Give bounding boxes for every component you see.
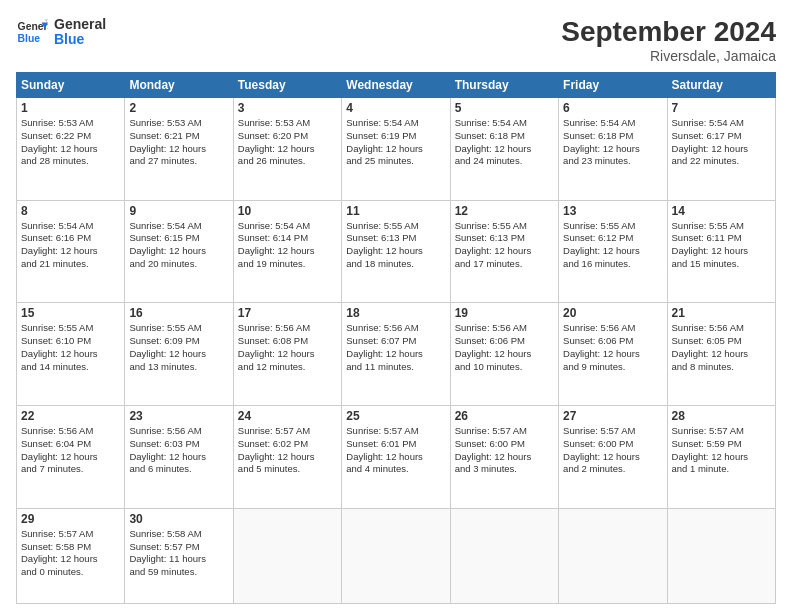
table-row: 14Sunrise: 5:55 AMSunset: 6:11 PMDayligh… — [667, 200, 775, 303]
col-saturday: Saturday — [667, 73, 775, 98]
table-row: 8Sunrise: 5:54 AMSunset: 6:16 PMDaylight… — [17, 200, 125, 303]
table-row: 1Sunrise: 5:53 AMSunset: 6:22 PMDaylight… — [17, 98, 125, 201]
day-number: 2 — [129, 101, 228, 115]
table-row — [233, 508, 341, 603]
day-number: 16 — [129, 306, 228, 320]
day-number: 6 — [563, 101, 662, 115]
day-number: 26 — [455, 409, 554, 423]
day-info: Sunrise: 5:56 AMSunset: 6:07 PMDaylight:… — [346, 322, 445, 373]
day-info: Sunrise: 5:57 AMSunset: 6:02 PMDaylight:… — [238, 425, 337, 476]
logo-icon: General Blue — [16, 16, 48, 48]
col-tuesday: Tuesday — [233, 73, 341, 98]
day-info: Sunrise: 5:53 AMSunset: 6:20 PMDaylight:… — [238, 117, 337, 168]
day-info: Sunrise: 5:57 AMSunset: 6:00 PMDaylight:… — [455, 425, 554, 476]
table-row: 6Sunrise: 5:54 AMSunset: 6:18 PMDaylight… — [559, 98, 667, 201]
day-info: Sunrise: 5:55 AMSunset: 6:10 PMDaylight:… — [21, 322, 120, 373]
day-info: Sunrise: 5:56 AMSunset: 6:06 PMDaylight:… — [455, 322, 554, 373]
table-row — [559, 508, 667, 603]
month-title: September 2024 — [561, 16, 776, 48]
day-number: 18 — [346, 306, 445, 320]
table-row: 26Sunrise: 5:57 AMSunset: 6:00 PMDayligh… — [450, 406, 558, 509]
calendar-header-row: Sunday Monday Tuesday Wednesday Thursday… — [17, 73, 776, 98]
table-row — [667, 508, 775, 603]
day-number: 23 — [129, 409, 228, 423]
day-number: 4 — [346, 101, 445, 115]
calendar-week-row: 8Sunrise: 5:54 AMSunset: 6:16 PMDaylight… — [17, 200, 776, 303]
day-info: Sunrise: 5:55 AMSunset: 6:12 PMDaylight:… — [563, 220, 662, 271]
day-info: Sunrise: 5:57 AMSunset: 5:59 PMDaylight:… — [672, 425, 771, 476]
table-row: 11Sunrise: 5:55 AMSunset: 6:13 PMDayligh… — [342, 200, 450, 303]
day-info: Sunrise: 5:56 AMSunset: 6:03 PMDaylight:… — [129, 425, 228, 476]
day-info: Sunrise: 5:58 AMSunset: 5:57 PMDaylight:… — [129, 528, 228, 579]
day-info: Sunrise: 5:54 AMSunset: 6:14 PMDaylight:… — [238, 220, 337, 271]
day-info: Sunrise: 5:56 AMSunset: 6:06 PMDaylight:… — [563, 322, 662, 373]
day-number: 9 — [129, 204, 228, 218]
table-row: 22Sunrise: 5:56 AMSunset: 6:04 PMDayligh… — [17, 406, 125, 509]
col-monday: Monday — [125, 73, 233, 98]
table-row: 27Sunrise: 5:57 AMSunset: 6:00 PMDayligh… — [559, 406, 667, 509]
day-number: 3 — [238, 101, 337, 115]
table-row: 25Sunrise: 5:57 AMSunset: 6:01 PMDayligh… — [342, 406, 450, 509]
col-friday: Friday — [559, 73, 667, 98]
svg-text:Blue: Blue — [18, 33, 41, 44]
table-row: 2Sunrise: 5:53 AMSunset: 6:21 PMDaylight… — [125, 98, 233, 201]
day-number: 13 — [563, 204, 662, 218]
day-number: 28 — [672, 409, 771, 423]
table-row: 3Sunrise: 5:53 AMSunset: 6:20 PMDaylight… — [233, 98, 341, 201]
day-number: 8 — [21, 204, 120, 218]
table-row: 4Sunrise: 5:54 AMSunset: 6:19 PMDaylight… — [342, 98, 450, 201]
day-info: Sunrise: 5:55 AMSunset: 6:09 PMDaylight:… — [129, 322, 228, 373]
day-info: Sunrise: 5:56 AMSunset: 6:04 PMDaylight:… — [21, 425, 120, 476]
day-number: 17 — [238, 306, 337, 320]
table-row: 19Sunrise: 5:56 AMSunset: 6:06 PMDayligh… — [450, 303, 558, 406]
day-number: 5 — [455, 101, 554, 115]
table-row — [342, 508, 450, 603]
logo-text-line2: Blue — [54, 32, 106, 47]
day-number: 27 — [563, 409, 662, 423]
table-row: 30Sunrise: 5:58 AMSunset: 5:57 PMDayligh… — [125, 508, 233, 603]
table-row: 17Sunrise: 5:56 AMSunset: 6:08 PMDayligh… — [233, 303, 341, 406]
table-row: 24Sunrise: 5:57 AMSunset: 6:02 PMDayligh… — [233, 406, 341, 509]
day-info: Sunrise: 5:55 AMSunset: 6:13 PMDaylight:… — [346, 220, 445, 271]
day-info: Sunrise: 5:53 AMSunset: 6:21 PMDaylight:… — [129, 117, 228, 168]
day-info: Sunrise: 5:57 AMSunset: 6:01 PMDaylight:… — [346, 425, 445, 476]
day-info: Sunrise: 5:54 AMSunset: 6:16 PMDaylight:… — [21, 220, 120, 271]
table-row: 21Sunrise: 5:56 AMSunset: 6:05 PMDayligh… — [667, 303, 775, 406]
table-row: 16Sunrise: 5:55 AMSunset: 6:09 PMDayligh… — [125, 303, 233, 406]
col-thursday: Thursday — [450, 73, 558, 98]
table-row: 15Sunrise: 5:55 AMSunset: 6:10 PMDayligh… — [17, 303, 125, 406]
logo: General Blue General Blue — [16, 16, 106, 48]
table-row: 12Sunrise: 5:55 AMSunset: 6:13 PMDayligh… — [450, 200, 558, 303]
day-number: 1 — [21, 101, 120, 115]
table-row: 18Sunrise: 5:56 AMSunset: 6:07 PMDayligh… — [342, 303, 450, 406]
calendar-table: Sunday Monday Tuesday Wednesday Thursday… — [16, 72, 776, 604]
header: General Blue General Blue September 2024… — [16, 16, 776, 64]
day-info: Sunrise: 5:56 AMSunset: 6:05 PMDaylight:… — [672, 322, 771, 373]
table-row: 29Sunrise: 5:57 AMSunset: 5:58 PMDayligh… — [17, 508, 125, 603]
table-row: 13Sunrise: 5:55 AMSunset: 6:12 PMDayligh… — [559, 200, 667, 303]
day-number: 7 — [672, 101, 771, 115]
day-number: 24 — [238, 409, 337, 423]
day-info: Sunrise: 5:53 AMSunset: 6:22 PMDaylight:… — [21, 117, 120, 168]
calendar-week-row: 29Sunrise: 5:57 AMSunset: 5:58 PMDayligh… — [17, 508, 776, 603]
day-info: Sunrise: 5:55 AMSunset: 6:11 PMDaylight:… — [672, 220, 771, 271]
day-number: 20 — [563, 306, 662, 320]
calendar-week-row: 22Sunrise: 5:56 AMSunset: 6:04 PMDayligh… — [17, 406, 776, 509]
day-info: Sunrise: 5:54 AMSunset: 6:18 PMDaylight:… — [563, 117, 662, 168]
subtitle: Riversdale, Jamaica — [561, 48, 776, 64]
day-info: Sunrise: 5:54 AMSunset: 6:17 PMDaylight:… — [672, 117, 771, 168]
table-row: 20Sunrise: 5:56 AMSunset: 6:06 PMDayligh… — [559, 303, 667, 406]
day-number: 30 — [129, 512, 228, 526]
day-number: 19 — [455, 306, 554, 320]
day-info: Sunrise: 5:54 AMSunset: 6:18 PMDaylight:… — [455, 117, 554, 168]
col-wednesday: Wednesday — [342, 73, 450, 98]
day-number: 10 — [238, 204, 337, 218]
table-row: 23Sunrise: 5:56 AMSunset: 6:03 PMDayligh… — [125, 406, 233, 509]
day-info: Sunrise: 5:57 AMSunset: 5:58 PMDaylight:… — [21, 528, 120, 579]
day-number: 25 — [346, 409, 445, 423]
col-sunday: Sunday — [17, 73, 125, 98]
page: General Blue General Blue September 2024… — [0, 0, 792, 612]
calendar-week-row: 15Sunrise: 5:55 AMSunset: 6:10 PMDayligh… — [17, 303, 776, 406]
day-number: 29 — [21, 512, 120, 526]
calendar-week-row: 1Sunrise: 5:53 AMSunset: 6:22 PMDaylight… — [17, 98, 776, 201]
